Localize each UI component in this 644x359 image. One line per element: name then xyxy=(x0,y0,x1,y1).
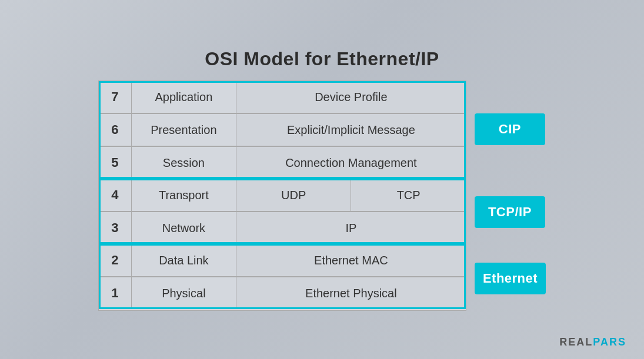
row-2-layer: Data Link xyxy=(132,244,236,276)
row-5-layer: Session xyxy=(132,147,236,179)
row-5-content: Connection Management xyxy=(236,147,466,179)
row-6-num: 6 xyxy=(99,114,132,146)
row-7-num: 7 xyxy=(99,81,132,113)
row-4-layer: Transport xyxy=(132,179,236,211)
osi-table: 7 Application Device Profile 6 Presentat… xyxy=(98,80,466,311)
cip-group: 7 Application Device Profile 6 Presentat… xyxy=(99,81,466,179)
row-1-layer: Physical xyxy=(132,277,236,309)
diagram-wrapper: 7 Application Device Profile 6 Presentat… xyxy=(98,80,546,311)
table-row: 1 Physical Ethernet Physical xyxy=(99,277,466,309)
row-6-layer: Presentation xyxy=(132,114,236,146)
row-1-num: 1 xyxy=(99,277,132,309)
row-4-num: 4 xyxy=(99,179,132,211)
ethernet-label: Ethernet xyxy=(475,263,546,294)
watermark-pars: PARS xyxy=(593,336,626,348)
row-3-content: IP xyxy=(236,212,466,244)
tcpip-group: 4 Transport UDP TCP 3 Network IP xyxy=(99,179,466,244)
tcpip-label: TCP/IP xyxy=(475,196,545,228)
table-row: 7 Application Device Profile xyxy=(99,81,466,113)
row-5-num: 5 xyxy=(99,147,132,179)
row-7-layer: Application xyxy=(132,81,236,113)
cip-label: CIP xyxy=(475,113,545,145)
ethernet-group: 2 Data Link Ethernet MAC 1 Physical Ethe… xyxy=(99,244,466,309)
table-row: 6 Presentation Explicit/Implicit Message xyxy=(99,113,466,146)
table-row: 5 Session Connection Management xyxy=(99,146,466,179)
table-row: 4 Transport UDP TCP xyxy=(99,179,466,212)
row-6-content: Explicit/Implicit Message xyxy=(236,114,466,146)
row-4-udp: UDP xyxy=(236,179,352,211)
row-2-num: 2 xyxy=(99,244,132,276)
row-4-tcp: TCP xyxy=(351,179,466,211)
row-3-num: 3 xyxy=(99,212,132,244)
table-row: 3 Network IP xyxy=(99,212,466,244)
side-labels: CIP TCP/IP Ethernet xyxy=(475,80,546,311)
row-2-content: Ethernet MAC xyxy=(236,244,466,276)
page-title: OSI Model for Ethernet/IP xyxy=(205,48,439,70)
table-row: 2 Data Link Ethernet MAC xyxy=(99,244,466,277)
row-7-content: Device Profile xyxy=(236,81,466,113)
row-1-content: Ethernet Physical xyxy=(236,277,466,309)
watermark-real: REAL xyxy=(559,336,593,348)
watermark: REALPARS xyxy=(559,336,626,348)
row-4-content: UDP TCP xyxy=(236,179,466,211)
row-3-layer: Network xyxy=(132,212,236,244)
